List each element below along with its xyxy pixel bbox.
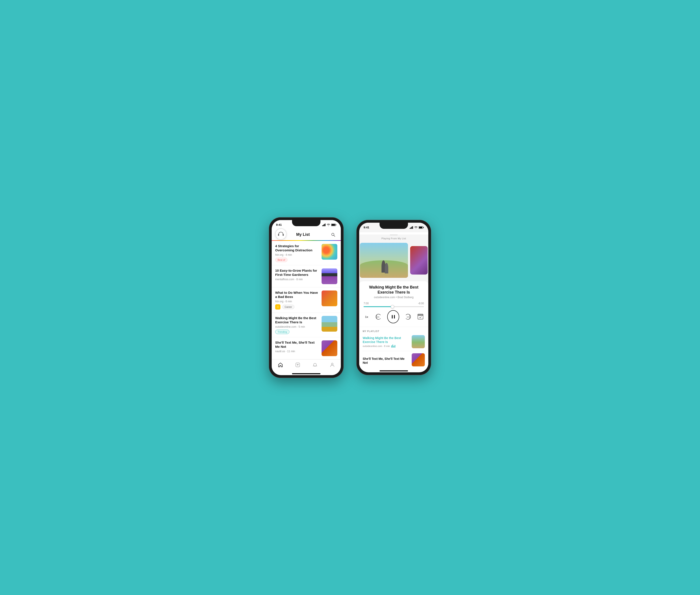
svg-rect-1 [323,225,324,226]
home-indicator-right [380,370,408,371]
list-item[interactable]: 4 Strategies for Overcoming Distraction … [272,241,341,265]
article-text: She'll Text Me, She'll Text Me Not nauti… [275,340,319,354]
notch-left [292,220,320,226]
playlist-section: MY PLAYLIST Walking Might Be the Best Ex… [359,327,428,369]
scene: 9:41 [269,218,431,378]
bell-icon [312,362,318,368]
playlist-next-title: She'll Text Me, She'll Text Me Not [363,354,409,366]
status-time-right: 9:41 [364,226,369,229]
svg-rect-6 [336,224,336,225]
battery-icon-right [419,226,424,229]
phone-left: 9:41 [269,218,343,378]
article-title: Walking Might Be the Best Exercise There… [275,316,319,324]
progress-times: 7:00 -8:00 [364,302,424,305]
progress-knob [391,305,394,308]
search-button[interactable] [330,231,336,238]
svg-rect-7 [278,234,279,236]
svg-rect-16 [412,226,413,229]
svg-rect-8 [283,234,284,236]
skip-back-button[interactable]: 15 [375,313,382,321]
drag-handle[interactable] [390,234,398,235]
svg-rect-5 [332,224,335,226]
svg-text:15: 15 [407,316,409,318]
svg-rect-2 [324,224,325,226]
playlist-meta: outsideonline.com · 8 min [363,345,390,347]
tab-profile[interactable] [330,362,335,368]
list-item[interactable]: She'll Text Me, She'll Text Me Not nauti… [272,337,341,360]
status-time-left: 9:41 [276,223,282,226]
article-meta: hbr.org · 4 min [275,253,319,256]
tab-home[interactable] [278,362,283,368]
signal-icon [322,224,326,226]
svg-rect-0 [322,225,323,226]
speed-control[interactable]: 1x [364,315,370,318]
player-meta: outsideonline.com • Brad Stulberg [359,296,428,299]
progress-bar-fill [364,306,392,307]
playlist-title: Walking Might Be the Best Exercise There… [363,336,409,344]
tab-notifications[interactable] [312,362,318,368]
article-meta: nautil.us · 11 min [275,350,319,353]
article-title: 4 Strategies for Overcoming Distraction [275,244,319,252]
list-item[interactable]: Walking Might Be the Best Exercise There… [272,313,341,337]
skip-forward-button[interactable]: 15 [404,313,412,321]
hiking-artwork [360,243,408,278]
thumb-hand [321,340,337,356]
signal-icon-right [410,226,413,229]
eq-bar-3 [394,346,394,348]
wifi-icon-right [414,226,418,229]
article-meta: outsideonline.com · 5 min [275,325,319,328]
archive-button[interactable] [417,313,424,321]
status-bar-right: 9:41 [359,223,428,232]
progress-bar-track[interactable] [364,306,424,307]
side-artwork-fill [410,246,428,275]
status-icons-left [322,224,336,226]
progress-section: 7:00 -8:00 [359,302,428,307]
time-elapsed: 7:00 [364,302,369,305]
article-text: 4 Strategies for Overcoming Distraction … [275,244,319,262]
thumb-colorful [321,244,337,260]
svg-point-12 [331,363,333,365]
eq-bar-4 [395,345,395,348]
svg-rect-13 [410,228,410,229]
tab-bar [272,360,341,372]
article-text: What to Do When You Have a Bad Boss hbr.… [275,290,319,310]
archive-icon [417,314,423,320]
skip-back-icon: 15 [375,313,382,320]
eq-bar-2 [392,344,393,348]
article-thumb [321,316,337,332]
playlist-thumb-img [412,335,425,348]
player-controls: 1x 15 [359,310,428,327]
heart-icon [295,362,300,368]
article-thumb [321,290,337,306]
svg-line-10 [334,235,335,236]
pause-icon [391,314,396,319]
playlist-item-next[interactable]: She'll Text Me, She'll Text Me Not [363,351,425,369]
article-title: 10 Easy-to-Grow Plants for First-Time Ga… [275,268,319,277]
eq-bar-1 [391,345,392,348]
playlist-item-active[interactable]: Walking Might Be the Best Exercise There… [363,335,425,351]
skip-forward-icon: 15 [404,313,412,320]
artwork-main [360,243,408,278]
article-text: 10 Easy-to-Grow Plants for First-Time Ga… [275,268,319,282]
tab-saved[interactable] [295,362,300,368]
phone-right-screen: 9:41 [359,223,428,372]
phone-left-screen: 9:41 [272,220,341,375]
playlist-thumb [412,335,425,348]
list-item[interactable]: What to Do When You Have a Bad Boss hbr.… [272,287,341,313]
thumb-orange [321,290,337,306]
playlist-thumb-img-next [412,353,425,366]
app-header: My List [272,230,341,240]
home-icon [278,362,283,368]
playlist-meta-row: outsideonline.com · 8 min [363,344,409,348]
svg-text:15: 15 [377,316,379,318]
list-item[interactable]: 10 Easy-to-Grow Plants for First-Time Ga… [272,265,341,287]
playlist-thumb-next [412,353,425,366]
playlist-text-next: She'll Text Me, She'll Text Me Not [363,354,409,366]
notch-right [380,223,408,229]
tag-career: Career [282,305,295,309]
time-remaining: -8:00 [418,302,424,305]
svg-rect-19 [423,227,424,228]
pause-button[interactable] [387,310,399,323]
player-title: Walking Might Be the Best Exercise There… [359,285,428,295]
thumb-flowers [321,268,337,284]
